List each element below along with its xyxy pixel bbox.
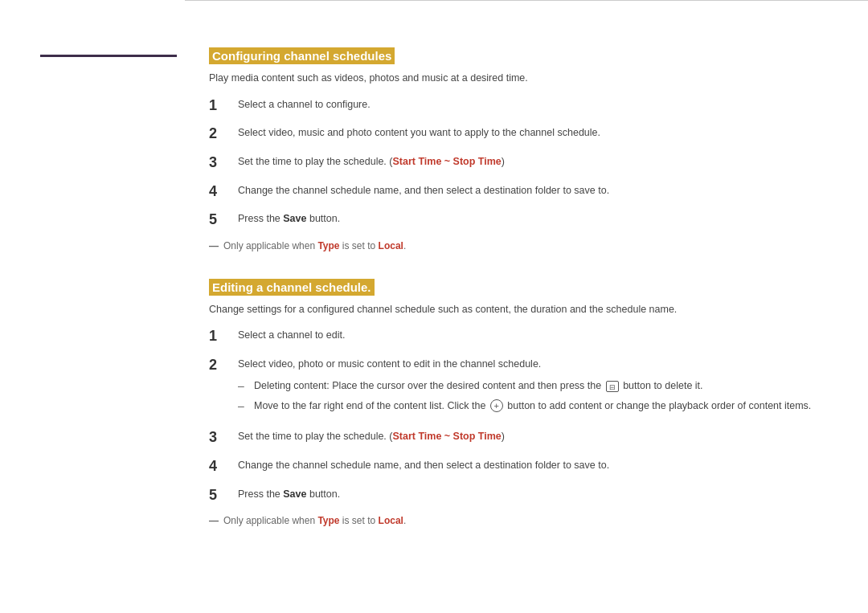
- step-item: 3 Set the time to play the schedule. (St…: [209, 154, 820, 172]
- step-text: Press the Save button.: [238, 487, 820, 502]
- sub-bullets-list: – Deleting content: Place the cursor ove…: [238, 378, 820, 414]
- save-word: Save: [283, 213, 306, 224]
- sub-bullet-text: Move to the far right end of the content…: [254, 398, 811, 414]
- bullet-dash: –: [238, 398, 254, 413]
- section1-note: ― Only applicable when Type is set to Lo…: [209, 240, 820, 251]
- step-item: 3 Set the time to play the schedule. (St…: [209, 429, 820, 447]
- content-area: Configuring channel schedules Play media…: [185, 0, 868, 613]
- sidebar-accent-line: [40, 55, 177, 57]
- step-number: 4: [209, 183, 233, 201]
- section-configuring: Configuring channel schedules Play media…: [209, 49, 820, 251]
- step-text: Change the channel schedule name, and th…: [238, 458, 820, 473]
- step-number: 5: [209, 487, 233, 505]
- step-item: 1 Select a channel to edit.: [209, 328, 820, 345]
- section1-title: Configuring channel schedules: [209, 47, 395, 64]
- step-text: Press the Save button.: [238, 211, 820, 227]
- step-number: 5: [209, 211, 233, 229]
- note-text: Only applicable when Type is set to Loca…: [223, 240, 406, 251]
- section2-description: Change settings for a configured channel…: [209, 302, 820, 317]
- sub-bullet-text: Deleting content: Place the cursor over …: [254, 378, 703, 394]
- step-text: Set the time to play the schedule. (Star…: [238, 154, 820, 170]
- step-text: Select a channel to configure.: [238, 97, 820, 112]
- plus-icon: +: [490, 399, 503, 412]
- step-text: Select video, music and photo content yo…: [238, 125, 820, 141]
- step-number: 2: [209, 125, 233, 143]
- section2-steps: 1 Select a channel to edit. 2 Select vid…: [209, 328, 820, 504]
- local-highlight: Local: [379, 515, 403, 526]
- step-item: 2 Select video, photo or music content t…: [209, 357, 820, 418]
- page-layout: Configuring channel schedules Play media…: [0, 0, 868, 613]
- local-highlight: Local: [379, 240, 403, 251]
- step-item: 5 Press the Save button.: [209, 211, 820, 229]
- type-highlight: Type: [317, 240, 339, 251]
- section2-title: Editing a channel schedule.: [209, 279, 375, 296]
- step-item: 4 Change the channel schedule name, and …: [209, 183, 820, 201]
- time-highlight: Start Time ~ Stop Time: [392, 156, 501, 167]
- step-item: 1 Select a channel to configure.: [209, 97, 820, 115]
- save-word: Save: [283, 488, 306, 500]
- sub-bullet-item: – Move to the far right end of the conte…: [238, 398, 820, 414]
- step-number: 4: [209, 458, 233, 476]
- step-number: 2: [209, 357, 233, 374]
- step-item: 5 Press the Save button.: [209, 487, 820, 505]
- bullet-dash: –: [238, 378, 254, 393]
- step-number: 3: [209, 154, 233, 172]
- step-text: Set the time to play the schedule. (Star…: [238, 429, 820, 444]
- section1-steps: 1 Select a channel to configure. 2 Selec…: [209, 97, 820, 229]
- section1-description: Play media content such as videos, photo…: [209, 71, 820, 86]
- section2-title-wrapper: Editing a channel schedule.: [209, 280, 820, 294]
- step-text: Select a channel to edit.: [238, 328, 820, 343]
- step-item: 2 Select video, music and photo content …: [209, 125, 820, 143]
- left-sidebar: [0, 0, 185, 613]
- step-text: Select video, photo or music content to …: [238, 357, 820, 418]
- section2-note: ― Only applicable when Type is set to Lo…: [209, 515, 820, 526]
- delete-icon: ⊟: [606, 381, 619, 392]
- step-item: 4 Change the channel schedule name, and …: [209, 458, 820, 476]
- step-number: 1: [209, 328, 233, 345]
- sub-bullet-item: – Deleting content: Place the cursor ove…: [238, 378, 820, 394]
- section1-title-wrapper: Configuring channel schedules: [209, 49, 820, 63]
- step-number: 1: [209, 97, 233, 115]
- step-text: Change the channel schedule name, and th…: [238, 183, 820, 198]
- note-text: Only applicable when Type is set to Loca…: [223, 515, 406, 526]
- time-highlight: Start Time ~ Stop Time: [392, 431, 501, 442]
- section-editing: Editing a channel schedule. Change setti…: [209, 280, 820, 526]
- type-highlight: Type: [317, 515, 339, 526]
- step-number: 3: [209, 429, 233, 447]
